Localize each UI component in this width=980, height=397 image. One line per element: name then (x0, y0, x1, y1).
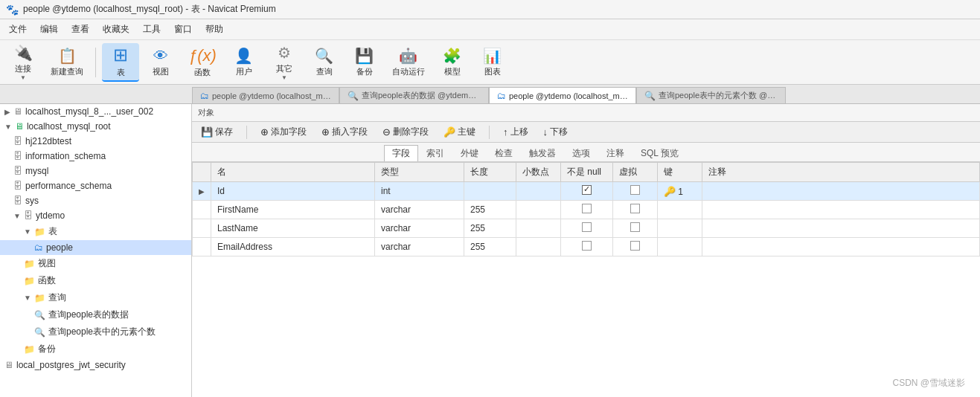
field-virtual[interactable] (613, 219, 658, 238)
field-name[interactable]: EmailAddress (211, 238, 375, 256)
sub-tab-SQL 预览[interactable]: SQL 预览 (632, 145, 687, 161)
field-type[interactable]: varchar (375, 219, 464, 238)
field-name[interactable]: FirstName (211, 201, 375, 219)
field-comment[interactable] (702, 201, 980, 219)
field-comment[interactable] (702, 219, 980, 238)
toolbar-btn-user[interactable]: 👤用户 (225, 43, 263, 82)
sidebar-item-local-postgres[interactable]: 🖥local_postgres_jwt_security (0, 358, 191, 372)
field-not-null[interactable] (561, 219, 613, 238)
toolbar-btn-backup[interactable]: 💾备份 (346, 43, 383, 82)
toolbar-btn-function[interactable]: ƒ(x)函数 (182, 43, 222, 82)
field-length[interactable]: 255 (464, 201, 516, 219)
selected-arrow: ▶ (199, 187, 205, 196)
field-decimal[interactable] (516, 238, 561, 256)
sub-tab-索引[interactable]: 索引 (418, 145, 452, 161)
sub-tab-外键[interactable]: 外键 (452, 145, 487, 161)
checkbox-unchecked[interactable] (582, 241, 592, 251)
sidebar-item-query1[interactable]: 🔍查询people表的数据 (0, 306, 191, 323)
tab-people-table2[interactable]: 🗂people @ytdemo (localhost_mysql_r... (489, 87, 636, 103)
action-btn-move-down[interactable]: ↓下移 (539, 124, 573, 140)
action-btn-insert-field[interactable]: ⊕插入字段 (317, 124, 372, 140)
checkbox-unchecked[interactable] (630, 241, 640, 251)
action-btn-primary-key[interactable]: 🔑主键 (439, 124, 480, 140)
menu-item-工具[interactable]: 工具 (137, 21, 167, 38)
sidebar-item-people[interactable]: 🗂people (0, 240, 191, 255)
delete-field-icon: ⊖ (382, 126, 391, 138)
sidebar-item-sys[interactable]: 🗄sys (0, 193, 191, 208)
checkbox-unchecked[interactable] (582, 204, 592, 213)
field-comment[interactable] (702, 182, 980, 201)
checkbox-checked[interactable] (582, 185, 592, 195)
field-not-null[interactable] (561, 238, 613, 256)
sidebar-item-function-group[interactable]: 📁函数 (0, 272, 191, 289)
sub-tab-触发器[interactable]: 触发器 (521, 145, 564, 161)
tab-query-people-count[interactable]: 🔍查询people表中的元素个数 @ytdemo ... (636, 87, 786, 103)
field-length[interactable] (464, 182, 516, 201)
field-name[interactable]: LastName (211, 219, 375, 238)
sidebar-item-hj212dbtest[interactable]: 🗄hj212dbtest (0, 134, 191, 149)
sidebar-item-mysql[interactable]: 🗄mysql (0, 164, 191, 178)
sidebar-item-localhost-mysql-root[interactable]: ▼🖥localhost_mysql_root (0, 119, 191, 134)
action-btn-delete-field[interactable]: ⊖删除字段 (378, 124, 433, 140)
table-row[interactable]: ▶Idint🔑 1 (193, 182, 980, 201)
action-btn-save[interactable]: 💾保存 (196, 124, 237, 140)
field-length[interactable]: 255 (464, 238, 516, 256)
toolbar-btn-query[interactable]: 🔍查询 (306, 43, 343, 82)
menu-item-帮助[interactable]: 帮助 (199, 21, 229, 38)
toolbar-btn-new-query[interactable]: 📋新建查询 (45, 43, 89, 82)
action-btn-add-field[interactable]: ⊕添加字段 (256, 124, 311, 140)
field-comment[interactable] (702, 238, 980, 256)
tab-query-people-data[interactable]: 🔍查询people表的数据 @ytdemo (locl... (339, 87, 489, 103)
field-name[interactable]: Id (211, 182, 375, 201)
action-btn-move-up[interactable]: ↑上移 (499, 124, 533, 140)
checkbox-unchecked[interactable] (630, 185, 640, 195)
menu-item-查看[interactable]: 查看 (65, 21, 95, 38)
table-row[interactable]: EmailAddressvarchar255 (193, 238, 980, 256)
table-row[interactable]: FirstNamevarchar255 (193, 201, 980, 219)
field-virtual[interactable] (613, 201, 658, 219)
field-virtual[interactable] (613, 182, 658, 201)
menu-item-编辑[interactable]: 编辑 (34, 21, 64, 38)
toolbar-btn-model[interactable]: 🧩模型 (434, 43, 471, 82)
tab-people-table[interactable]: 🗂people @ytdemo (localhost_mysql_r... (192, 87, 339, 103)
sidebar-item-information-schema[interactable]: 🗄information_schema (0, 149, 191, 164)
sidebar-item-view-group[interactable]: 📁视图 (0, 255, 191, 272)
toolbar-btn-auto-run[interactable]: 🤖自动运行 (386, 43, 431, 82)
menu-item-文件[interactable]: 文件 (3, 21, 33, 38)
toolbar-btn-connect[interactable]: 🔌连接▼ (4, 43, 42, 82)
action-label: 主键 (458, 126, 475, 138)
sub-tab-选项[interactable]: 选项 (564, 145, 598, 161)
toolbar-btn-table[interactable]: ⊞表 (102, 43, 139, 82)
field-type[interactable]: varchar (375, 201, 464, 219)
sub-tab-字段[interactable]: 字段 (384, 145, 418, 161)
field-not-null[interactable] (561, 182, 613, 201)
toolbar-btn-view[interactable]: 👁视图 (142, 43, 179, 82)
checkbox-unchecked[interactable] (582, 222, 592, 232)
field-not-null[interactable] (561, 201, 613, 219)
toolbar-btn-chart[interactable]: 📊图表 (474, 43, 511, 82)
sidebar-item-performance-schema[interactable]: 🗄performance_schema (0, 178, 191, 193)
sidebar-item-table-group[interactable]: ▼📁表 (0, 223, 191, 240)
menu-item-窗口[interactable]: 窗口 (168, 21, 198, 38)
field-decimal[interactable] (516, 219, 561, 238)
sub-tab-注释[interactable]: 注释 (598, 145, 632, 161)
toolbar-btn-other[interactable]: ⚙其它▼ (266, 43, 303, 82)
menu-item-收藏夹[interactable]: 收藏夹 (97, 21, 135, 38)
sidebar-item-ytdemo[interactable]: ▼🗄ytdemo (0, 208, 191, 223)
field-decimal[interactable] (516, 182, 561, 201)
sidebar-item-query-group[interactable]: ▼📁查询 (0, 289, 191, 306)
table-row[interactable]: LastNamevarchar255 (193, 219, 980, 238)
toolbar-label: 表 (117, 67, 125, 78)
field-virtual[interactable] (613, 238, 658, 256)
checkbox-unchecked[interactable] (630, 204, 640, 213)
arrow-icon: ▼ (20, 74, 26, 81)
field-decimal[interactable] (516, 201, 561, 219)
sidebar-item-localhost-mysql8[interactable]: ▶🖥localhost_mysql_8_..._user_002 (0, 104, 191, 119)
checkbox-unchecked[interactable] (630, 222, 640, 232)
field-length[interactable]: 255 (464, 219, 516, 238)
field-type[interactable]: int (375, 182, 464, 201)
field-type[interactable]: varchar (375, 238, 464, 256)
sidebar-item-backup-group[interactable]: 📁备份 (0, 340, 191, 358)
sub-tab-检查[interactable]: 检查 (487, 145, 521, 161)
sidebar-item-query2[interactable]: 🔍查询people表中的元素个数 (0, 323, 191, 340)
